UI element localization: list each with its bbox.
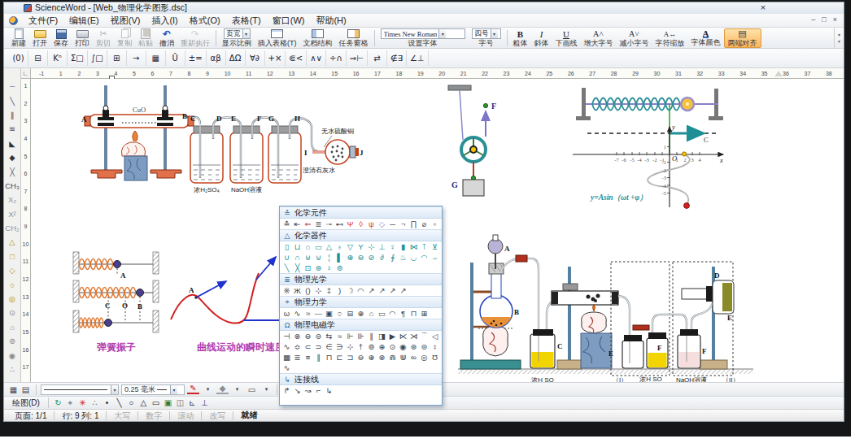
draw-tool-button[interactable]: ⊥ (198, 397, 211, 409)
palette-icon[interactable]: ↝ (303, 385, 313, 396)
chem-tool-button[interactable]: ◇ (5, 263, 20, 277)
palette-icon[interactable]: ⊩ (345, 331, 355, 341)
palette-icon[interactable]: ⊖ (303, 331, 313, 341)
palette-icon[interactable]: ⊜ (313, 331, 324, 341)
diagram-pulley[interactable]: F G (448, 85, 496, 196)
palette-icon[interactable]: ⊹ (313, 285, 324, 296)
palette-icon[interactable]: ⊸ (324, 219, 334, 229)
palette-icon[interactable]: ◎ (419, 352, 430, 363)
palette-icon[interactable]: Y (355, 241, 366, 252)
chevron-down-icon[interactable]: ▾ (231, 384, 243, 395)
palette-icon[interactable]: ⌐ (313, 385, 324, 396)
math-symbol-button[interactable]: ÷∩ (326, 50, 347, 66)
palette-icon[interactable]: ▦ (281, 352, 292, 363)
palette-icon[interactable]: ⊕ (355, 308, 366, 319)
palette-icon[interactable]: ⊙ (387, 341, 398, 352)
chem-tool-button[interactable]: ◎ (5, 292, 20, 306)
palette-icon[interactable]: () (303, 285, 313, 296)
palette-icon[interactable]: ⋈ (408, 241, 419, 252)
palette-icon[interactable]: ⊚ (366, 341, 377, 352)
diagram-curve-velocity[interactable]: A 曲线运动的瞬时速度 (171, 257, 291, 353)
palette-icon[interactable]: ▽ (345, 241, 355, 252)
palette-icon[interactable]: ⊹ (345, 341, 355, 352)
palette-icon[interactable]: ─ (387, 219, 398, 229)
toolbar-button[interactable]: 粘贴 (135, 28, 156, 48)
math-symbol-button[interactable]: ∀∂ (246, 50, 265, 66)
palette-icon[interactable]: ¶ (398, 308, 408, 319)
draw-tool-button[interactable]: • (101, 397, 113, 409)
diagram-spring-vibrator[interactable]: A B C O 弹簧振子 (73, 252, 159, 353)
doc-window-control-button[interactable]: × (833, 15, 837, 24)
toolbar-button[interactable]: 保存 (50, 28, 72, 48)
menu-item[interactable]: 视图(V) (105, 14, 146, 28)
chem-tool-button[interactable]: ◣ (5, 137, 20, 150)
font-name-combo[interactable]: Times New Roman▾ 设置字体 (377, 28, 469, 48)
palette-icon[interactable]: ⇤ (292, 219, 303, 229)
math-symbol-button[interactable]: ▦ (146, 50, 166, 66)
zoom-combo[interactable]: 页宽▾ 显示比例 (219, 28, 255, 48)
palette-icon[interactable]: ¦ (324, 252, 334, 263)
draw-tool-button[interactable]: ○ (125, 397, 137, 409)
palette-icon[interactable]: ↗ (366, 285, 377, 296)
palette-icon[interactable]: ↘ (292, 385, 303, 396)
chevron-down-icon[interactable]: ▾ (260, 384, 273, 395)
palette-icon[interactable]: ⊥ (377, 241, 387, 252)
palette-section-header[interactable]: Ω物理电磁学 (280, 319, 442, 331)
palette-icon[interactable]: ○ (334, 308, 345, 319)
math-symbol-button[interactable]: ∧∨ (307, 50, 326, 66)
palette-icon[interactable]: ⊂ (303, 341, 313, 352)
math-symbol-button[interactable]: → (127, 50, 146, 66)
chem-tool-button[interactable]: ◆ (5, 150, 20, 164)
chem-tool-button[interactable]: X₂ (5, 193, 20, 206)
chem-tool-button[interactable]: CH₃ (5, 179, 20, 193)
math-symbol-button[interactable]: ⇄ (368, 50, 387, 66)
chem-tool-button[interactable]: ⊙ (5, 306, 20, 319)
chem-tool-button[interactable]: ⊚ (5, 334, 20, 348)
palette-icon[interactable]: ◠ (355, 285, 366, 296)
toolbar-button[interactable]: 任务窗格 (336, 28, 372, 48)
palette-icon[interactable]: ≣ (292, 352, 303, 363)
math-symbol-button[interactable]: ±= (185, 50, 207, 66)
chem-tool-button[interactable]: ⌂ (5, 320, 20, 334)
chem-tool-button[interactable]: ╳ (5, 164, 20, 178)
palette-icon[interactable]: ⊻ (430, 241, 440, 252)
palette-icon[interactable]: ⊓ (324, 352, 334, 363)
chevron-down-icon[interactable]: ▾ (491, 29, 498, 38)
palette-icon[interactable]: ↗ (398, 285, 408, 296)
palette-icon[interactable]: ⊜ (419, 341, 430, 352)
palette-icon[interactable]: ◡ (408, 252, 419, 263)
draw-tool-button[interactable]: ◫ (174, 397, 186, 409)
palette-icon[interactable]: ⊚ (334, 263, 345, 273)
menu-item[interactable]: 编辑(E) (63, 14, 105, 28)
palette-icon[interactable]: ∞ (408, 352, 419, 363)
palette-icon[interactable]: ¬ (398, 219, 408, 229)
chem-tool-button[interactable]: ∥ (5, 108, 20, 122)
palette-icon[interactable]: ⌂ (366, 308, 377, 319)
palette-icon[interactable]: ∪ (281, 252, 292, 263)
palette-icon[interactable]: ⊓ (408, 308, 419, 319)
palette-section-header[interactable]: ≛化学元件 (280, 206, 442, 219)
horizontal-ruler[interactable]: -112345678910111213141516171819202122232… (31, 68, 844, 79)
palette-icon[interactable]: ↗ (377, 285, 387, 296)
palette-icon[interactable]: ⊖ (355, 352, 366, 363)
palette-icon[interactable]: ⊗ (292, 331, 303, 341)
doc-window-control-button[interactable]: □ (822, 15, 826, 24)
diagram-cuo-reduction[interactable]: A B C D E F G H I J (81, 85, 364, 193)
menu-item[interactable]: 文件(F) (23, 14, 63, 28)
palette-icon[interactable]: ※ (281, 285, 292, 296)
palette-section-header[interactable]: ≣物理光学 (280, 273, 442, 285)
menu-item[interactable]: 格式(O) (184, 14, 226, 28)
draw-tool-button[interactable]: △ (137, 397, 150, 409)
palette-icon[interactable]: ⊣ (281, 331, 292, 341)
palette-icon[interactable]: ↳ (324, 385, 334, 396)
palette-icon[interactable]: ∂ (377, 252, 387, 263)
draw-tool-button[interactable]: ⌖ (64, 397, 76, 409)
line-color-button[interactable]: ✎ (187, 384, 199, 394)
palette-icon[interactable]: ◁ (430, 331, 440, 341)
group-button[interactable]: ▤ (20, 384, 32, 395)
palette-icon[interactable]: ⊹ (366, 241, 377, 252)
palette-icon[interactable]: ⊐ (345, 352, 355, 363)
math-symbol-button[interactable]: ∠⊥ (407, 50, 429, 66)
palette-icon[interactable]: ♀ (324, 263, 334, 273)
draw-tool-button[interactable]: ▣ (162, 397, 174, 409)
